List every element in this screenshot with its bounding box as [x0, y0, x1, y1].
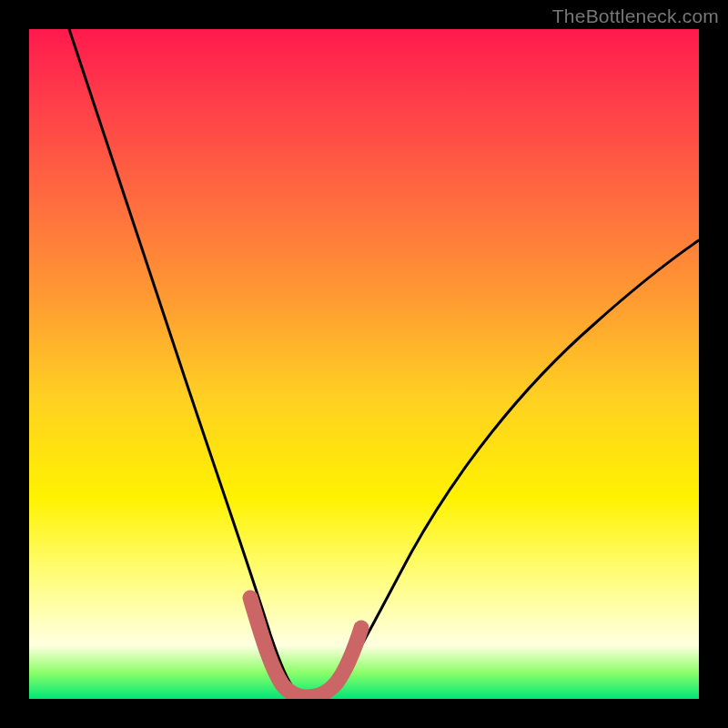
chart-plot-area [29, 29, 699, 699]
highlight-band-marker [250, 598, 361, 697]
watermark-text: TheBottleneck.com [552, 5, 719, 27]
chart-frame: TheBottleneck.com [0, 0, 728, 728]
bottleneck-curve-line [69, 29, 699, 696]
chart-svg [29, 29, 699, 699]
